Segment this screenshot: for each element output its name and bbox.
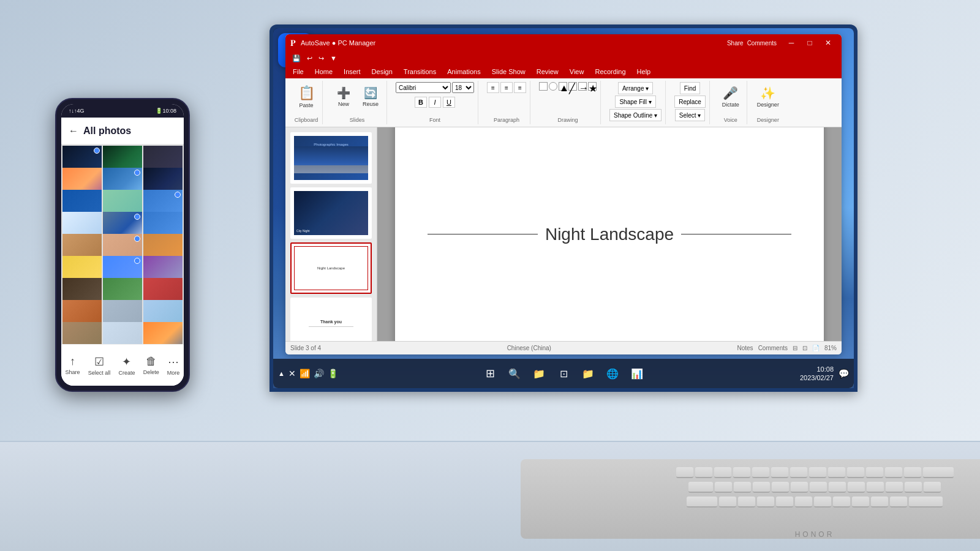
menu-animations[interactable]: Animations (442, 67, 485, 77)
slide-item-2[interactable]: 2 City Night (290, 187, 372, 239)
key[interactable] (738, 497, 755, 508)
key[interactable] (772, 482, 789, 493)
taskbar-sound-icon[interactable]: 🔊 (314, 369, 324, 378)
menu-review[interactable]: Review (532, 67, 564, 77)
slide-thumbnail-2[interactable]: City Night (290, 187, 372, 239)
phone-share-button[interactable]: ↑ Share (66, 355, 80, 375)
photo-item[interactable] (103, 322, 142, 344)
phone-more-button[interactable]: ⋯ More (167, 355, 180, 376)
menu-design[interactable]: Design (367, 67, 398, 77)
slide-item-4[interactable]: 4 Thank you (290, 298, 372, 341)
tab-key[interactable] (688, 482, 713, 493)
key[interactable] (833, 497, 850, 508)
italic-button[interactable]: I (429, 97, 441, 108)
key[interactable] (753, 482, 770, 493)
enter-key[interactable] (909, 497, 943, 508)
qa-undo-icon[interactable]: ↩ (305, 53, 314, 64)
shape-triangle[interactable]: ▲ (559, 82, 567, 91)
phone-selectall-button[interactable]: ☑ Select all (88, 355, 111, 376)
taskbar-wifi-icon[interactable]: 📶 (300, 369, 310, 378)
view-reading-button[interactable]: 📄 (812, 345, 820, 351)
menu-slideshow[interactable]: Slide Show (487, 67, 530, 77)
qa-more-icon[interactable]: ▼ (328, 53, 339, 63)
window-close-button[interactable]: ✕ (820, 37, 837, 49)
menu-insert[interactable]: Insert (339, 67, 366, 77)
key[interactable] (733, 467, 750, 478)
key[interactable] (795, 497, 812, 508)
key[interactable] (871, 497, 888, 508)
key[interactable] (847, 467, 864, 478)
shape-rect[interactable] (539, 82, 548, 91)
taskbar-multitask-button[interactable]: ⊡ (552, 362, 575, 384)
phone-delete-button[interactable]: 🗑 Delete (143, 355, 159, 375)
taskbar-search-button[interactable]: 🔍 (503, 362, 526, 384)
taskbar-clock[interactable]: 10:08 2023/02/27 (800, 365, 834, 383)
taskbar-browser-button[interactable]: 🌐 (601, 362, 624, 384)
key[interactable] (790, 467, 807, 478)
key[interactable] (809, 467, 826, 478)
key[interactable] (848, 482, 865, 493)
key[interactable] (771, 467, 788, 478)
taskbar-notification-button[interactable]: 💬 (839, 369, 849, 378)
reuse-slide-button[interactable]: 🔄 Reuse (358, 82, 383, 111)
key[interactable] (719, 497, 736, 508)
key[interactable] (904, 467, 921, 478)
key[interactable] (776, 497, 793, 508)
replace-button[interactable]: Replace (674, 96, 706, 108)
phone-back-button[interactable]: ← (69, 126, 78, 137)
key[interactable] (715, 482, 732, 493)
phone-create-button[interactable]: ✦ Create (118, 355, 135, 376)
select-button[interactable]: Select ▾ (675, 109, 706, 121)
key[interactable] (866, 467, 883, 478)
slide-thumbnail-4[interactable]: Thank you (290, 298, 372, 341)
view-slide-button[interactable]: ⊡ (802, 345, 807, 351)
key[interactable] (814, 497, 831, 508)
designer-button[interactable]: ✨ Designer (756, 82, 780, 111)
shape-circle[interactable] (549, 82, 557, 91)
menu-view[interactable]: View (565, 67, 589, 77)
key[interactable] (890, 497, 907, 508)
key[interactable] (867, 482, 884, 493)
key[interactable] (885, 467, 902, 478)
comments-button[interactable]: Comments (747, 40, 777, 47)
photo-item[interactable] (62, 322, 102, 344)
underline-button[interactable]: U (443, 97, 455, 108)
key[interactable] (757, 497, 774, 508)
qa-redo-icon[interactable]: ↪ (317, 53, 326, 64)
shape-line[interactable]: ╱ (568, 82, 577, 91)
menu-home[interactable]: Home (310, 67, 337, 77)
key[interactable] (829, 482, 846, 493)
align-right-button[interactable]: ≡ (514, 82, 526, 93)
shape-star[interactable]: ★ (588, 82, 597, 91)
shape-fill-button[interactable]: Shape Fill ▾ (615, 96, 655, 108)
key[interactable] (752, 467, 769, 478)
qa-save-icon[interactable]: 💾 (290, 53, 303, 64)
taskbar-files-button[interactable]: 📁 (528, 362, 550, 384)
comments-status[interactable]: Comments (758, 345, 788, 351)
key[interactable] (905, 482, 922, 493)
key[interactable] (852, 497, 869, 508)
menu-file[interactable]: File (288, 67, 309, 77)
menu-help[interactable]: Help (632, 67, 656, 77)
key[interactable] (810, 482, 827, 493)
backspace-key[interactable] (923, 467, 954, 478)
find-button[interactable]: Find (680, 82, 700, 94)
font-size-select[interactable]: 18 (452, 82, 474, 93)
slide-item-1[interactable]: 1 Photographic Images (290, 132, 372, 184)
slide-thumbnail-1[interactable]: Photographic Images (290, 132, 372, 184)
key[interactable] (828, 467, 845, 478)
main-slide[interactable]: Night Landscape (395, 127, 824, 341)
caps-key[interactable] (687, 497, 717, 508)
dictate-button[interactable]: 🎤 Dictate (718, 82, 743, 111)
new-slide-button[interactable]: ➕ New (331, 82, 356, 111)
taskbar-battery-icon[interactable]: 🔋 (328, 369, 338, 378)
key[interactable] (714, 467, 731, 478)
align-left-button[interactable]: ≡ (487, 82, 499, 93)
key[interactable] (791, 482, 808, 493)
bold-button[interactable]: B (415, 97, 427, 108)
key[interactable] (676, 467, 693, 478)
window-maximize-button[interactable]: □ (801, 37, 818, 49)
photo-item[interactable] (143, 322, 183, 344)
menu-recording[interactable]: Recording (590, 67, 630, 77)
paste-button[interactable]: 📋 Paste (294, 82, 318, 111)
